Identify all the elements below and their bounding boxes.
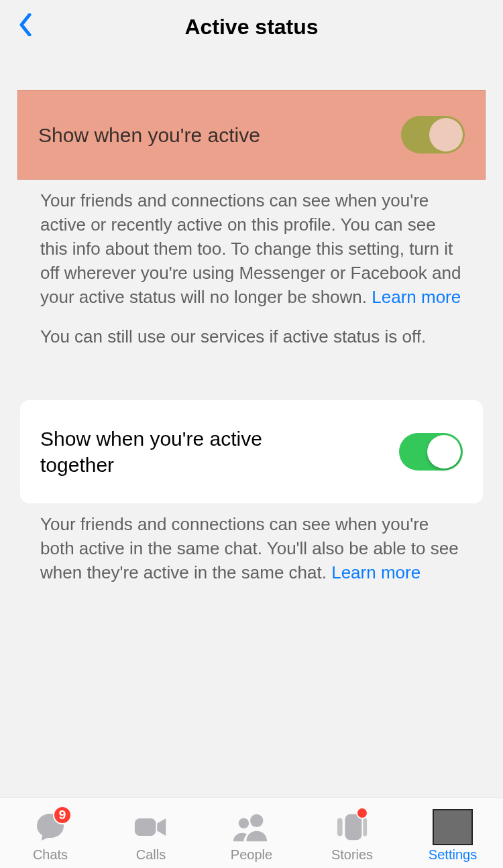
toggle-knob [429, 118, 463, 151]
content: Show when you're active Your friends and… [0, 54, 503, 797]
settings-avatar-placeholder [433, 810, 473, 845]
svg-point-1 [250, 814, 263, 827]
tab-label: People [231, 847, 272, 863]
tab-bar: 9 Chats Calls People [0, 797, 503, 868]
tab-calls[interactable]: Calls [104, 810, 198, 863]
show-active-description: Your friends and connections can see whe… [0, 180, 503, 309]
chat-bubble-icon: 9 [30, 810, 70, 845]
tab-label: Calls [136, 847, 166, 863]
active-together-row: Show when you're active together [20, 400, 483, 503]
show-active-toggle[interactable] [401, 116, 465, 153]
chats-badge: 9 [53, 806, 72, 824]
tab-stories[interactable]: Stories [305, 810, 399, 863]
toggle-knob [427, 435, 461, 469]
show-active-title: Show when you're active [38, 122, 260, 148]
show-active-description-2: You can still use our services if active… [0, 309, 503, 349]
learn-more-link[interactable]: Learn more [372, 287, 461, 307]
header: Active status [0, 0, 503, 54]
stories-icon [332, 810, 372, 845]
stories-notification-dot [356, 807, 368, 819]
show-active-row: Show when you're active [17, 90, 486, 180]
page-title: Active status [184, 15, 318, 40]
active-together-title: Show when you're active together [40, 426, 335, 478]
people-icon [231, 810, 272, 845]
back-button[interactable] [19, 13, 39, 40]
active-together-toggle[interactable] [399, 433, 463, 471]
learn-more-link[interactable]: Learn more [331, 562, 421, 582]
tab-label: Chats [33, 847, 68, 863]
video-camera-icon [131, 810, 171, 845]
svg-point-2 [239, 818, 249, 828]
tab-label: Settings [429, 847, 477, 863]
chevron-left-icon [19, 13, 32, 36]
tab-settings[interactable]: Settings [406, 810, 500, 863]
tab-chats[interactable]: 9 Chats [3, 810, 97, 863]
tab-label: Stories [331, 847, 373, 863]
svg-rect-4 [337, 818, 343, 836]
active-together-description: Your friends and connections can see whe… [0, 503, 503, 585]
tab-people[interactable]: People [205, 810, 298, 863]
svg-rect-0 [135, 818, 156, 836]
svg-rect-5 [363, 818, 367, 836]
